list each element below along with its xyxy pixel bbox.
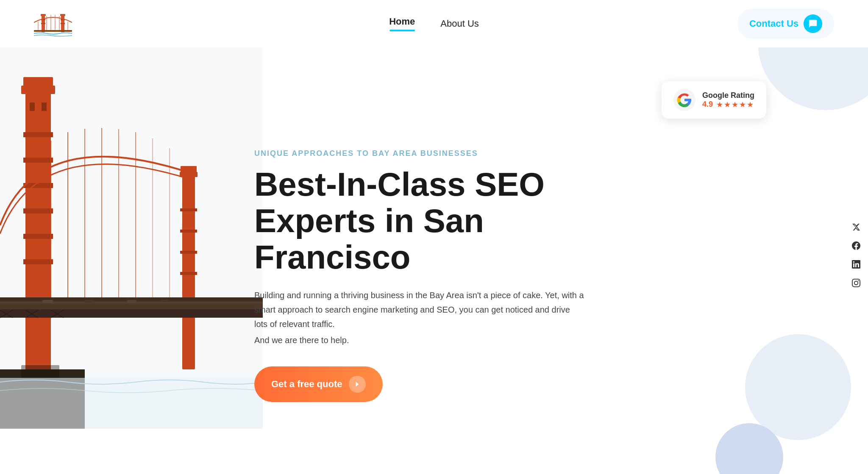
twitter-icon[interactable] — [851, 222, 861, 232]
social-icons-sidebar — [844, 213, 868, 297]
google-rating-label: Google Rating — [702, 91, 754, 100]
nav-right: Contact Us — [737, 8, 834, 39]
star-4: ★ — [739, 100, 746, 109]
svg-rect-28 — [42, 103, 47, 111]
svg-rect-34 — [180, 251, 197, 254]
google-rating-text: Google Rating 4.9 ★ ★ ★ ★ ★ — [702, 91, 754, 109]
svg-rect-56 — [127, 300, 136, 303]
instagram-icon[interactable] — [851, 278, 861, 288]
svg-rect-7 — [61, 23, 65, 24]
contact-icon-circle — [804, 14, 822, 33]
svg-rect-24 — [23, 208, 53, 213]
svg-rect-23 — [23, 183, 53, 188]
stars-container: ★ ★ ★ ★ ★ — [716, 100, 754, 109]
star-2: ★ — [724, 100, 731, 109]
svg-rect-57 — [161, 300, 169, 302]
nav-active-underline — [389, 30, 415, 31]
hero-title-line2: Experts in San Francisco — [254, 202, 484, 276]
svg-rect-60 — [0, 378, 263, 429]
nav-links: Home About Us — [389, 16, 479, 31]
svg-rect-32 — [180, 208, 197, 211]
svg-rect-22 — [23, 158, 53, 163]
get-free-quote-button[interactable]: Get a free quote — [254, 366, 383, 402]
svg-rect-21 — [23, 132, 53, 137]
hero-title-line1: Best-In-Class SEO — [254, 166, 545, 203]
svg-rect-26 — [23, 259, 53, 264]
svg-rect-6 — [41, 23, 45, 24]
main-content: Google Rating 4.9 ★ ★ ★ ★ ★ UNIQUE APPRO… — [0, 47, 868, 463]
google-logo-icon — [673, 89, 696, 111]
google-rating-card[interactable]: Google Rating 4.9 ★ ★ ★ ★ ★ — [662, 81, 766, 119]
hero-tagline: UNIQUE APPROACHES TO BAY AREA BUSINESSES — [254, 149, 792, 158]
hero-content: Google Rating 4.9 ★ ★ ★ ★ ★ UNIQUE APPRO… — [254, 73, 792, 402]
svg-rect-33 — [180, 230, 197, 233]
logo[interactable] — [34, 9, 72, 39]
svg-rect-2 — [41, 14, 46, 16]
svg-rect-3 — [60, 14, 65, 16]
star-3: ★ — [732, 100, 738, 109]
svg-rect-27 — [30, 103, 35, 111]
svg-rect-55 — [85, 300, 93, 303]
nav-about-link[interactable]: About Us — [440, 18, 479, 29]
linkedin-icon[interactable] — [851, 259, 861, 269]
cta-arrow-icon — [349, 376, 366, 393]
svg-rect-54 — [42, 300, 53, 303]
svg-rect-25 — [23, 234, 53, 239]
nav-home-wrapper: Home — [389, 16, 415, 31]
google-rating-number: 4.9 — [702, 100, 713, 109]
svg-rect-20 — [23, 77, 53, 88]
navbar: Home About Us Contact Us — [0, 0, 868, 47]
svg-rect-35 — [180, 272, 197, 275]
svg-rect-8 — [34, 30, 72, 32]
contact-us-button[interactable]: Contact Us — [737, 8, 834, 39]
google-rating-score: 4.9 ★ ★ ★ ★ ★ — [702, 100, 754, 109]
svg-rect-47 — [0, 309, 263, 318]
facebook-icon[interactable] — [851, 241, 861, 251]
nav-about-wrapper: About Us — [440, 18, 479, 29]
bridge-illustration — [0, 47, 263, 429]
hero-description: Building and running a thriving business… — [254, 288, 585, 331]
hero-title: Best-In-Class SEO Experts in San Francis… — [254, 166, 602, 275]
svg-rect-61 — [21, 365, 59, 378]
contact-us-label: Contact Us — [749, 18, 798, 29]
star-5: ★ — [747, 100, 754, 109]
cta-button-label: Get a free quote — [271, 379, 342, 390]
hero-cta-line: And we are there to help. — [254, 335, 792, 345]
star-1: ★ — [716, 100, 723, 109]
nav-home-link[interactable]: Home — [389, 16, 415, 27]
